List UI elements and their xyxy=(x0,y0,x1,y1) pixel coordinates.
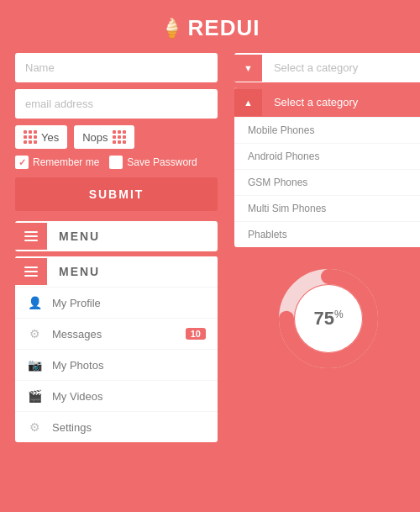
dropdown-open: ▲ Select a category Mobile Phones Androi… xyxy=(234,87,420,247)
photos-icon: 📷 xyxy=(27,357,42,372)
dropdown-option-2[interactable]: Android Phones xyxy=(234,143,420,169)
messages-badge: 10 xyxy=(186,328,206,340)
menu-item-photos[interactable]: 📷 My Photos xyxy=(15,349,218,380)
app-header: 🍦 REDUI xyxy=(0,0,420,53)
logo-icon: 🍦 xyxy=(160,18,183,40)
dropdown-option-5[interactable]: Phablets xyxy=(234,221,420,247)
dropdown-option-3[interactable]: GSM Phones xyxy=(234,169,420,195)
email-input[interactable] xyxy=(15,89,218,119)
dropdown-arrow-up: ▲ xyxy=(234,89,262,116)
left-column: Yes Nops ✓ Remember me Save Pa xyxy=(15,53,229,442)
open-menu-header[interactable]: MENU xyxy=(15,256,218,287)
menu-bar-1[interactable]: MENU xyxy=(15,221,218,251)
dropdown-option-1[interactable]: Mobile Phones xyxy=(234,117,420,143)
checkbox-group: ✓ Remember me Save Password xyxy=(15,156,218,169)
menu-hamburger-icon-1 xyxy=(15,223,47,250)
menu-item-messages[interactable]: ⚙ Messages 10 xyxy=(15,318,218,349)
menu-item-profile[interactable]: 👤 My Profile xyxy=(15,287,218,318)
chart-value: 75% xyxy=(313,308,343,330)
donut-chart-container: 75% xyxy=(234,264,420,373)
checkbox-remember-box[interactable]: ✓ xyxy=(15,156,29,169)
settings-icon: ⚙ xyxy=(27,420,42,435)
profile-icon: 👤 xyxy=(27,295,42,310)
submit-button[interactable]: SUBMIT xyxy=(15,177,218,211)
menu-item-videos[interactable]: 🎬 My Videos xyxy=(15,380,218,411)
nops-button[interactable]: Nops xyxy=(74,125,134,149)
grid-icon-left xyxy=(24,130,37,144)
checkbox-save-box[interactable] xyxy=(109,156,123,169)
menu-item-settings[interactable]: ⚙ Settings xyxy=(15,411,218,442)
yes-button[interactable]: Yes xyxy=(15,125,67,149)
open-menu: MENU 👤 My Profile ⚙ Messages 10 📷 My Pho… xyxy=(15,256,218,442)
dropdown-open-header[interactable]: ▲ Select a category xyxy=(234,87,420,117)
checkmark-icon: ✓ xyxy=(18,157,26,168)
logo-text: REDUI xyxy=(188,15,260,41)
remember-me-checkbox[interactable]: ✓ Remember me xyxy=(15,156,99,169)
messages-icon: ⚙ xyxy=(27,326,42,341)
main-grid: Yes Nops ✓ Remember me Save Pa xyxy=(0,53,420,442)
grid-icon-right xyxy=(113,130,126,144)
dropdown-closed[interactable]: ▼ Select a category xyxy=(234,53,420,82)
right-column: ▼ Select a category ▲ Select a category … xyxy=(229,53,420,442)
donut-chart: 75% xyxy=(274,264,383,373)
dropdown-option-4[interactable]: Multi Sim Phones xyxy=(234,195,420,221)
save-password-checkbox[interactable]: Save Password xyxy=(109,156,197,169)
radio-group: Yes Nops xyxy=(15,125,218,149)
menu-hamburger-icon-2 xyxy=(15,258,47,285)
name-input[interactable] xyxy=(15,53,218,82)
videos-icon: 🎬 xyxy=(27,388,42,404)
dropdown-arrow-down: ▼ xyxy=(234,55,262,82)
